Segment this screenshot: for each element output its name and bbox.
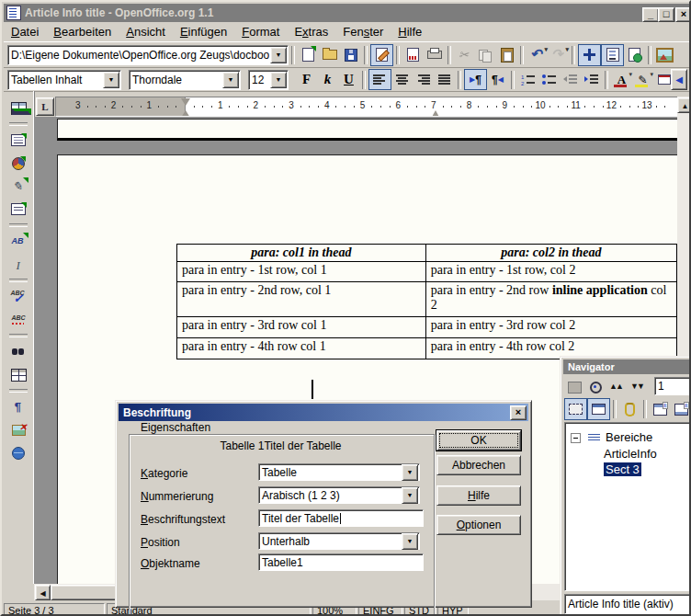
minimize-button[interactable]: _ bbox=[642, 7, 659, 22]
draw-functions-button[interactable] bbox=[6, 175, 30, 198]
justify-button[interactable] bbox=[434, 70, 455, 89]
set-reminder-button[interactable] bbox=[619, 399, 640, 419]
caption-dialog[interactable]: Beschriftung × Eigenschaften Tabelle 1Ti… bbox=[115, 400, 532, 608]
menu-hilfe[interactable]: Hilfe bbox=[391, 23, 429, 40]
redo-button[interactable]: ▾ bbox=[548, 45, 569, 65]
collapse-icon[interactable] bbox=[571, 433, 581, 443]
kategorie-dropdown-icon[interactable]: ▼ bbox=[402, 464, 418, 481]
increase-indent-button[interactable] bbox=[581, 70, 602, 89]
align-right-button[interactable] bbox=[413, 70, 434, 89]
font-size-combobox[interactable]: 12 ▼ bbox=[248, 70, 289, 90]
next-object-button[interactable] bbox=[628, 377, 649, 397]
table-header-cell[interactable]: para: col2 in thead bbox=[425, 245, 676, 262]
dialog-close-button[interactable]: × bbox=[510, 405, 527, 420]
form-functions-button[interactable] bbox=[6, 198, 30, 221]
beschriftungstext-input[interactable]: Titel der Tabelle bbox=[258, 509, 424, 527]
print-file-button[interactable] bbox=[424, 45, 445, 65]
graphics-on-off-button[interactable] bbox=[6, 418, 30, 441]
table-cell[interactable]: para in entry - 3rd row col 2 bbox=[425, 317, 676, 338]
font-size-value[interactable]: 12 bbox=[249, 74, 269, 86]
navigator-document-field[interactable]: Article Info title (aktiv) bbox=[564, 594, 691, 614]
open-document-button[interactable] bbox=[319, 45, 340, 65]
tab-type-selector[interactable]: L bbox=[36, 97, 54, 116]
navigator-button[interactable] bbox=[578, 44, 601, 66]
table-cell[interactable]: para in entry - 4th row col 1 bbox=[177, 338, 426, 359]
stylist-button[interactable] bbox=[601, 44, 624, 66]
kategorie-combobox[interactable]: Tabelle▼ bbox=[258, 463, 418, 481]
edit-file-button[interactable] bbox=[370, 44, 393, 66]
position-combobox[interactable]: Unterhalb▼ bbox=[258, 532, 418, 550]
horizontal-ruler[interactable]: 3211234567891011121314 bbox=[55, 97, 678, 117]
scroll-left-button[interactable]: ◀ bbox=[35, 585, 51, 600]
redo-dropdown-icon[interactable]: ▾ bbox=[565, 46, 569, 53]
document-table[interactable]: para: col1 in theadpara: col2 in theadpa… bbox=[176, 244, 677, 359]
position-dropdown-icon[interactable]: ▼ bbox=[402, 533, 418, 550]
page-spinner[interactable]: 1 ▲▼ bbox=[654, 377, 691, 395]
navigation-button[interactable] bbox=[585, 377, 606, 397]
save-document-button[interactable] bbox=[340, 45, 361, 65]
font-color-button[interactable]: A ▾ bbox=[611, 70, 632, 89]
toolbar-more-button[interactable]: ◀ bbox=[671, 69, 687, 90]
highlight-button[interactable]: ✎ ▾ bbox=[632, 70, 653, 89]
tree-label-selected[interactable]: Sect 3 bbox=[604, 462, 641, 476]
status-page[interactable]: Seite 3 / 3 bbox=[4, 603, 105, 616]
table-cell[interactable]: para in entry - 1st row, col 1 bbox=[177, 262, 426, 282]
nummerierung-dropdown-icon[interactable]: ▼ bbox=[402, 487, 418, 504]
table-cell[interactable]: para in entry - 3rd row col 1 bbox=[177, 317, 426, 338]
content-view-button[interactable] bbox=[587, 398, 610, 420]
data-sources-button[interactable] bbox=[6, 363, 30, 386]
url-dropdown-icon[interactable]: ▼ bbox=[270, 47, 287, 63]
copy-button[interactable] bbox=[475, 45, 496, 65]
underline-button[interactable]: U bbox=[338, 70, 359, 89]
navigator-tree[interactable]: Bereiche ArticleInfo Sect 3 bbox=[564, 422, 691, 591]
position-value[interactable]: Unterhalb bbox=[259, 535, 401, 548]
bold-button[interactable]: F bbox=[296, 70, 317, 89]
previous-object-button[interactable] bbox=[606, 377, 628, 397]
url-combobox[interactable]: D:\Eigene Dokumente\OpenOffice.org Zeugs… bbox=[7, 45, 289, 65]
abbrechen-button[interactable]: Abbrechen bbox=[436, 455, 521, 475]
tree-label[interactable]: ArticleInfo bbox=[604, 447, 657, 461]
style-dropdown-icon[interactable]: ▼ bbox=[103, 72, 119, 88]
menu-fenster[interactable]: Fenster bbox=[335, 23, 391, 40]
align-left-button[interactable] bbox=[368, 69, 391, 90]
font-name-value[interactable]: Thorndale bbox=[130, 74, 221, 86]
dialog-title-bar[interactable]: Beschriftung × bbox=[119, 404, 528, 421]
nummerierung-value[interactable]: Arabisch (1 2 3) bbox=[259, 489, 401, 502]
nonprinting-characters-button[interactable] bbox=[6, 395, 30, 418]
tree-item-sect3[interactable]: Sect 3 bbox=[604, 462, 641, 476]
find-replace-button[interactable] bbox=[6, 340, 30, 363]
cut-button[interactable] bbox=[454, 45, 475, 65]
navigator-title-bar[interactable]: Navigator bbox=[563, 359, 691, 374]
ok-button[interactable]: OK bbox=[436, 430, 521, 451]
menu-format[interactable]: Format bbox=[234, 23, 287, 40]
numbered-list-button[interactable]: 12 bbox=[517, 70, 538, 89]
menu-ansicht[interactable]: Ansicht bbox=[119, 23, 173, 40]
italic-button[interactable]: k bbox=[317, 70, 338, 89]
insert-table-button[interactable] bbox=[6, 97, 30, 120]
insert-special-character-button[interactable] bbox=[6, 253, 30, 276]
title-bar[interactable]: Article Info title - OpenOffice.org 1.1 … bbox=[4, 4, 689, 22]
table-cell[interactable]: para in entry - 1st row, col 2 bbox=[425, 262, 676, 282]
scroll-up-button[interactable]: ▲ bbox=[677, 97, 691, 113]
bullet-list-button[interactable] bbox=[538, 70, 560, 89]
online-layout-button[interactable] bbox=[6, 441, 30, 464]
objektname-input[interactable]: Tabelle1 bbox=[258, 553, 424, 571]
menu-datei[interactable]: Datei bbox=[4, 23, 46, 40]
ltr-paragraph-button[interactable]: ▶¶ bbox=[464, 69, 487, 90]
new-document-button[interactable] bbox=[298, 45, 319, 65]
menu-einfuegen[interactable]: Einfügen bbox=[173, 23, 234, 40]
size-dropdown-icon[interactable]: ▼ bbox=[270, 72, 287, 88]
tree-label[interactable]: Bereiche bbox=[606, 430, 652, 444]
indent-marker[interactable] bbox=[181, 98, 190, 110]
table-cell[interactable]: para in entry - 2nd row inline applicati… bbox=[425, 282, 676, 317]
paste-button[interactable] bbox=[496, 45, 517, 65]
drag-mode-button[interactable] bbox=[564, 398, 587, 420]
tree-item-articleinfo[interactable]: ArticleInfo bbox=[604, 447, 657, 461]
toggle-button[interactable] bbox=[564, 377, 585, 397]
url-value[interactable]: D:\Eigene Dokumente\OpenOffice.org Zeugs… bbox=[8, 49, 269, 62]
menu-extras[interactable]: Extras bbox=[287, 23, 335, 40]
navigator-window[interactable]: Navigator 1 ▲▼ Bereiche ArticleInfo Sect… bbox=[560, 356, 691, 616]
insert-object-button[interactable] bbox=[6, 152, 30, 175]
close-button[interactable]: × bbox=[675, 7, 691, 22]
menu-bearbeiten[interactable]: Bearbeiten bbox=[46, 23, 119, 40]
